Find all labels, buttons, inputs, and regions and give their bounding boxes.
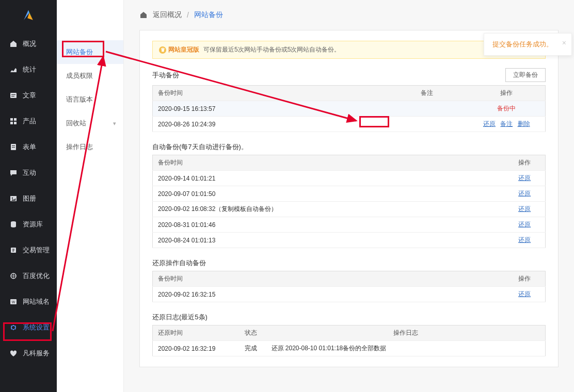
svg-rect-1 [11,94,15,95]
restore-log-table: 还原时间 状态 操作日志 2020-09-02 16:32:19 完成 还原 2… [152,325,546,356]
status-processing: 备份中 [497,105,516,112]
cell-time: 2020-08-24 01:01:13 [153,233,504,248]
svg-rect-3 [10,118,13,121]
section-title: 还原日志(最近5条) [152,313,208,322]
nav-label: 概况 [23,39,36,48]
nav-service[interactable]: 凡科服务 [0,340,57,366]
breadcrumb-back[interactable]: 返回概况 [153,10,182,20]
svg-rect-5 [10,122,13,124]
subnav-recycle[interactable]: 回收站▾ [57,111,123,135]
breadcrumb-sep: / [187,11,189,19]
nav-gallery[interactable]: 图册 [0,186,57,211]
main-content: 返回概况 / 网站备份 ♛网站皇冠版 可保留最近5次网站手动备份或5次网站自动备… [124,0,574,392]
product-icon [9,117,18,125]
nav-stats[interactable]: 统计 [0,57,57,83]
restore-link[interactable]: 还原 [518,290,531,298]
th-status: 状态 [235,325,266,341]
cell-status: 完成 [235,341,266,356]
nav-label: 统计 [23,65,36,74]
nav-label: 凡科服务 [23,349,50,358]
nav-label: 图册 [23,194,36,203]
th-time: 备份时间 [153,271,504,287]
subnav-oplog[interactable]: 操作日志 [57,135,123,159]
nav-article[interactable]: 文章 [0,83,57,108]
cell-time: 2020-09-15 16:13:57 [153,101,386,117]
breadcrumb-current: 网站备份 [194,10,223,20]
cell-log: 还原 2020-08-10 01:01:18备份的全部数据 [266,341,546,356]
close-icon[interactable]: × [562,39,566,47]
th-ops: 操作 [504,155,546,171]
nav-resource[interactable]: 资源库 [0,211,57,237]
subnav-label: 成员权限 [66,71,93,80]
delete-link[interactable]: 删除 [518,120,530,127]
chat-icon [9,169,18,177]
restore-link[interactable]: 还原 [483,120,496,127]
th-time: 还原时间 [153,325,235,341]
svg-rect-0 [10,93,17,98]
database-icon [9,220,18,228]
image-icon [9,194,18,203]
th-time: 备份时间 [153,86,386,101]
cell-time: 2020-09-02 16:32:15 [153,287,504,302]
nav-interact[interactable]: 互动 [0,160,57,186]
section-restore-log: 还原日志(最近5条) 还原时间 状态 操作日志 2020-09-02 16:32… [152,313,546,356]
heart-icon [9,349,18,357]
table-row: 2020-09-14 01:01:21还原 [153,171,546,186]
nav-label: 交易管理 [23,246,50,255]
table-row: 2020-09-07 01:01:50还原 [153,186,546,202]
th-log: 操作日志 [266,325,546,341]
restore-link[interactable]: 还原 [518,190,531,197]
subnav-label: 语言版本 [66,95,93,104]
home-icon [139,11,148,19]
subnav-label: 回收站 [66,119,86,128]
svg-rect-2 [11,96,14,96]
subnav-backup[interactable]: 网站备份 [57,40,123,64]
note-link[interactable]: 备注 [500,120,513,127]
chevron-down-icon: ▾ [113,120,116,127]
brand-logo-icon [21,8,36,23]
logo [0,0,57,31]
section-auto-backup: 自动备份(每7天自动进行备份)。 备份时间 操作 2020-09-14 01:0… [152,142,546,248]
nav-settings[interactable]: 系统设置 [0,315,57,340]
restore-link[interactable]: 还原 [518,236,531,243]
table-row: 2020-09-15 16:13:57 备份中 [153,101,546,117]
nav-form[interactable]: 表单 [0,134,57,160]
subnav-label: 网站备份 [66,47,93,57]
restore-link[interactable]: 还原 [518,174,531,182]
nav-trade[interactable]: 交易管理 [0,237,57,263]
table-row: 2020-09-02 16:32:15还原 [153,287,546,302]
nav-baidu[interactable]: 百度优化 [0,263,57,289]
restore-link[interactable]: 还原 [518,221,531,228]
subnav-label: 操作日志 [66,142,93,152]
restore-link[interactable]: 还原 [518,205,531,213]
primary-nav-list: 概况 统计 文章 产品 表单 互动 图册 资源库 交易管理 百度优化 W网站域名… [0,31,57,392]
svg-rect-8 [12,145,15,146]
crown-icon: ♛ [159,46,166,54]
nav-overview[interactable]: 概况 [0,31,57,57]
backup-panel: ♛网站皇冠版 可保留最近5次网站手动备份或5次网站自动备份。 手动备份 立即备份… [139,30,559,367]
subnav-language[interactable]: 语言版本 [57,88,123,111]
nav-label: 百度优化 [23,271,50,281]
subnav-members[interactable]: 成员权限 [57,64,123,88]
breadcrumb: 返回概况 / 网站备份 [139,10,559,20]
manual-backup-table: 备份时间 备注 操作 2020-09-15 16:13:57 备份中 2020-… [152,85,546,132]
cell-time: 2020-09-14 01:01:21 [153,171,504,186]
th-ops: 操作 [504,271,546,287]
nav-domain[interactable]: W网站域名 [0,289,57,315]
domain-icon: W [9,298,18,306]
th-note: 备注 [386,86,468,101]
home-icon [9,40,18,48]
svg-text:W: W [12,300,15,304]
nav-label: 产品 [23,117,36,126]
primary-sidebar: 概况 统计 文章 产品 表单 互动 图册 资源库 交易管理 百度优化 W网站域名… [0,0,57,392]
th-ops: 操作 [468,86,546,101]
cell-time: 2020-09-02 16:32:19 [153,341,235,356]
form-icon [9,143,18,151]
nav-product[interactable]: 产品 [0,108,57,134]
nav-label: 互动 [23,168,36,177]
section-title: 自动备份(每7天自动进行备份)。 [152,142,248,152]
stats-icon [9,66,18,74]
backup-now-button[interactable]: 立即备份 [505,68,546,82]
gear-icon [9,323,18,332]
section-title: 还原操作自动备份 [152,258,206,268]
